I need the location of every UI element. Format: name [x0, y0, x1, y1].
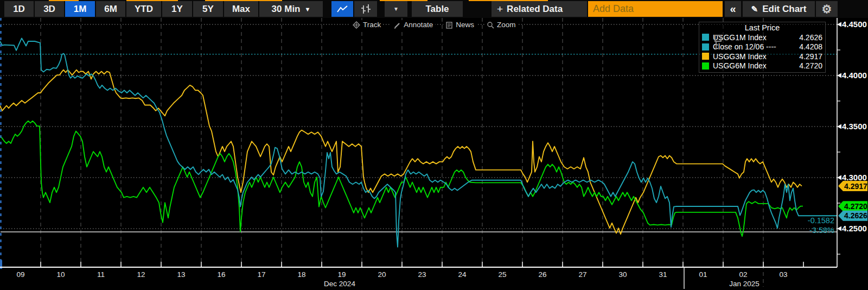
x-axis-day-label: 30 — [618, 270, 627, 279]
settings-button[interactable]: ⚙ — [816, 1, 838, 17]
legend-row-usgg6m[interactable]: USGG6M Index 4.2720 — [702, 61, 822, 71]
edit-chart-label: Edit Chart — [762, 4, 806, 15]
x-axis-day-label: 01 — [699, 270, 707, 279]
top-toolbar: 1D 3D 1M 6M YTD 1Y 5Y Max 30 Min ▼ ▼ Tab… — [0, 0, 868, 18]
x-axis-day-label: 26 — [538, 270, 546, 279]
news-label: News — [456, 21, 474, 29]
x-axis-day-label: 10 — [56, 270, 65, 279]
x-axis-month-label: Dec 2024 — [324, 280, 355, 288]
period-button-1y[interactable]: 1Y — [162, 1, 192, 17]
chart-tools-bar: Track Annotate News Zoom — [350, 20, 518, 29]
track-tool[interactable]: Track — [350, 20, 383, 29]
y-axis-label: 4.2500 — [842, 224, 867, 233]
usgg3m-color-swatch — [702, 53, 709, 60]
related-data-label: Related Data — [507, 4, 563, 15]
pct-change-annotation: -3.58% — [809, 226, 834, 235]
price-badge-value: 4.2626 — [844, 211, 867, 220]
x-axis-day-label: 27 — [578, 270, 586, 279]
interval-dropdown[interactable]: 30 Min ▼ — [259, 1, 323, 17]
x-axis-day-label: 18 — [297, 270, 305, 279]
x-axis-day-label: 09 — [16, 270, 24, 279]
edit-chart-button[interactable]: ✎ Edit Chart — [743, 1, 815, 17]
collapse-toolbar-button[interactable]: « — [725, 1, 741, 17]
pencil-icon: ✎ — [751, 4, 758, 14]
x-axis-day-label: 24 — [458, 270, 467, 279]
x-axis-day-label: 16 — [217, 270, 225, 279]
period-button-6m[interactable]: 6M — [96, 1, 125, 17]
period-button-5y[interactable]: 5Y — [193, 1, 223, 17]
x-axis-day-label: 25 — [498, 270, 506, 279]
price-badge-usgg3m: 4.2917 — [838, 181, 867, 191]
legend-pin-stem — [716, 42, 717, 49]
chevron-down-icon: ▼ — [305, 6, 311, 12]
x-axis-day-label: 02 — [739, 270, 747, 279]
line-chart-icon — [336, 4, 349, 15]
legend-label: Close on 12/06 ---- — [713, 42, 776, 51]
news-tool[interactable]: News — [443, 20, 476, 29]
x-axis-day-label: 23 — [418, 270, 426, 279]
legend-pin-icon — [714, 35, 722, 42]
bar-chart-type-button[interactable] — [354, 1, 377, 17]
zoom-label: Zoom — [497, 21, 516, 29]
gear-icon: ⚙ — [822, 3, 832, 16]
legend-label: USGG6M Index — [713, 61, 767, 70]
price-badge-value: 4.2720 — [844, 202, 867, 211]
legend-label: USGG3M Index — [713, 52, 767, 61]
period-button-ytd[interactable]: YTD — [126, 1, 161, 17]
x-axis-month-label: Jan 2025 — [729, 280, 760, 288]
x-axis-day-label: 03 — [779, 270, 787, 279]
net-change-annotation: -0.1582 — [808, 216, 834, 225]
x-axis-day-label: 17 — [257, 270, 265, 279]
news-icon — [445, 21, 453, 29]
price-badge-usgg6m: 4.2720 — [838, 201, 867, 211]
track-label: Track — [363, 21, 381, 29]
x-axis-day-label: 31 — [659, 270, 667, 279]
annotate-tool[interactable]: Annotate — [391, 20, 435, 29]
annotate-pencil-icon — [393, 21, 401, 29]
y-axis-label: 4.4000 — [842, 71, 867, 80]
price-badge-value: 4.2917 — [844, 182, 867, 191]
interval-label: 30 Min — [272, 4, 301, 15]
legend-row-usgg3m[interactable]: USGG3M Index 4.2917 — [702, 52, 822, 61]
add-data-input[interactable] — [588, 1, 723, 17]
plus-icon: + — [497, 3, 503, 15]
zoom-tool[interactable]: Zoom — [484, 20, 518, 29]
legend-value: 4.2626 — [799, 33, 822, 42]
legend-value: 4.4208 — [799, 42, 822, 51]
legend-value: 4.2720 — [799, 61, 822, 70]
period-button-3d[interactable]: 3D — [35, 1, 64, 17]
chevron-down-icon: ▼ — [393, 6, 399, 12]
x-axis-day-label: 19 — [337, 270, 346, 279]
price-badge-usgg1m: 4.2626 — [838, 211, 867, 221]
zoom-magnifier-icon — [487, 21, 494, 29]
close-line-color-swatch — [702, 43, 709, 51]
x-axis-day-label: 20 — [378, 270, 386, 279]
period-button-1d[interactable]: 1D — [4, 1, 34, 17]
usgg1m-color-swatch — [702, 34, 709, 41]
period-button-1m-selected[interactable]: 1M — [65, 1, 95, 17]
y-axis-label: 4.3500 — [842, 122, 867, 131]
table-button[interactable]: Table — [412, 1, 463, 17]
annotate-label: Annotate — [404, 21, 433, 29]
y-axis-label: 4.4500 — [842, 20, 867, 29]
x-axis-day-label: 12 — [137, 270, 145, 279]
x-axis-day-label: 11 — [97, 270, 105, 279]
ohlc-bars-icon — [359, 3, 372, 15]
legend-value: 4.2917 — [799, 52, 822, 61]
related-data-button[interactable]: + Related Data — [492, 1, 587, 17]
line-chart-type-button[interactable] — [331, 1, 353, 17]
track-crosshair-icon — [353, 21, 360, 29]
legend-drag-handle[interactable] — [714, 35, 721, 51]
period-button-max[interactable]: Max — [224, 1, 258, 17]
legend-title: Last Price — [702, 23, 822, 33]
usgg6m-color-swatch — [702, 62, 709, 70]
chart-options-dropdown[interactable]: ▼ — [385, 1, 407, 17]
y-axis-label: 4.3000 — [842, 173, 867, 182]
x-axis-day-label: 13 — [177, 270, 185, 279]
